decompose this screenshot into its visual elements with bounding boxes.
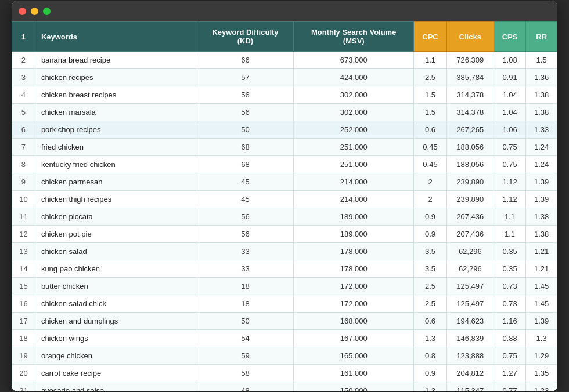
cell-cps: 0.75 [494, 139, 525, 156]
cell-cpc: 0.45 [414, 139, 446, 156]
cell-clicks: 62,296 [446, 243, 494, 260]
cell-cpc: 3.5 [414, 243, 446, 260]
cell-msv: 161,000 [294, 365, 414, 382]
cell-keyword: chicken piccata [35, 208, 197, 226]
cell-kd: 45 [197, 173, 293, 191]
cell-num: 16 [12, 295, 35, 313]
cell-cpc: 0.6 [414, 313, 446, 330]
cell-rr: 1.45 [526, 278, 557, 295]
cell-clicks: 123,888 [446, 347, 494, 365]
cell-keyword: fried chicken [35, 139, 197, 156]
cell-msv: 214,000 [294, 191, 414, 208]
cell-kd: 56 [197, 208, 293, 226]
cell-num: 11 [12, 208, 35, 226]
cell-kd: 68 [197, 156, 293, 173]
table-row: 15 butter chicken 18 172,000 2.5 125,497… [12, 278, 557, 295]
cell-msv: 251,000 [294, 139, 414, 156]
cell-msv: 150,000 [294, 382, 414, 392]
cell-clicks: 125,497 [446, 295, 494, 313]
cell-msv: 172,000 [294, 278, 414, 295]
cell-num: 17 [12, 313, 35, 330]
cell-kd: 59 [197, 347, 293, 365]
cell-kd: 48 [197, 382, 293, 392]
cell-keyword: chicken wings [35, 330, 197, 347]
cell-rr: 1.38 [526, 208, 557, 226]
close-button[interactable] [19, 8, 26, 15]
cell-msv: 165,000 [294, 347, 414, 365]
cell-msv: 302,000 [294, 86, 414, 104]
cell-keyword: orange chicken [35, 347, 197, 365]
cell-clicks: 62,296 [446, 260, 494, 278]
cell-cpc: 1.5 [414, 104, 446, 121]
cell-msv: 189,000 [294, 208, 414, 226]
table-row: 19 orange chicken 59 165,000 0.8 123,888… [12, 347, 557, 365]
cell-kd: 18 [197, 278, 293, 295]
cell-keyword: pork chop recipes [35, 121, 197, 139]
cell-msv: 424,000 [294, 69, 414, 86]
cell-kd: 50 [197, 313, 293, 330]
cell-msv: 302,000 [294, 104, 414, 121]
cell-clicks: 204,812 [446, 365, 494, 382]
table-row: 10 chicken thigh recipes 45 214,000 2 23… [12, 191, 557, 208]
cell-msv: 178,000 [294, 243, 414, 260]
cell-kd: 33 [197, 260, 293, 278]
cell-rr: 1.3 [526, 330, 557, 347]
cell-keyword: kentucky fried chicken [35, 156, 197, 173]
cell-msv: 178,000 [294, 260, 414, 278]
table-row: 21 avocado and salsa 48 150,000 1.3 115,… [12, 382, 557, 392]
cell-cps: 0.35 [494, 243, 525, 260]
table-row: 3 chicken recipes 57 424,000 2.5 385,784… [12, 69, 557, 86]
cell-cps: 0.35 [494, 260, 525, 278]
cell-keyword: chicken breast recipes [35, 86, 197, 104]
cell-clicks: 125,497 [446, 278, 494, 295]
cell-msv: 172,000 [294, 295, 414, 313]
col-header-msv: Monthly Search Volume(MSV) [294, 22, 414, 52]
cell-cps: 0.91 [494, 69, 525, 86]
cell-cpc: 2 [414, 173, 446, 191]
cell-cps: 1.1 [494, 208, 525, 226]
minimize-button[interactable] [31, 8, 38, 15]
table-row: 2 banana bread recipe 66 673,000 1.1 726… [12, 52, 557, 69]
cell-num: 6 [12, 121, 35, 139]
cell-clicks: 267,265 [446, 121, 494, 139]
table-row: 18 chicken wings 54 167,000 1.3 146,839 … [12, 330, 557, 347]
cell-cps: 1.16 [494, 313, 525, 330]
cell-cps: 1.27 [494, 365, 525, 382]
cell-rr: 1.39 [526, 313, 557, 330]
cell-cpc: 2 [414, 191, 446, 208]
cell-rr: 1.36 [526, 69, 557, 86]
cell-msv: 252,000 [294, 121, 414, 139]
cell-num: 21 [12, 382, 35, 392]
table-row: 4 chicken breast recipes 56 302,000 1.5 … [12, 86, 557, 104]
cell-kd: 58 [197, 365, 293, 382]
maximize-button[interactable] [43, 8, 51, 15]
cell-msv: 167,000 [294, 330, 414, 347]
cell-kd: 66 [197, 52, 293, 69]
col-header-rr: RR [526, 22, 557, 52]
table-row: 12 chicken pot pie 56 189,000 0.9 207,43… [12, 226, 557, 243]
cell-cps: 0.88 [494, 330, 525, 347]
cell-cpc: 0.6 [414, 121, 446, 139]
cell-kd: 56 [197, 86, 293, 104]
cell-rr: 1.38 [526, 226, 557, 243]
cell-clicks: 207,436 [446, 208, 494, 226]
cell-keyword: banana bread recipe [35, 52, 197, 69]
table-row: 8 kentucky fried chicken 68 251,000 0.45… [12, 156, 557, 173]
cell-cps: 1.04 [494, 86, 525, 104]
cell-clicks: 726,309 [446, 52, 494, 69]
cell-cpc: 1.5 [414, 86, 446, 104]
table-row: 9 chicken parmesan 45 214,000 2 239,890 … [12, 173, 557, 191]
cell-num: 10 [12, 191, 35, 208]
titlebar [12, 1, 557, 21]
cell-cpc: 0.45 [414, 156, 446, 173]
cell-msv: 251,000 [294, 156, 414, 173]
cell-cpc: 0.9 [414, 365, 446, 382]
cell-kd: 45 [197, 191, 293, 208]
cell-cpc: 2.5 [414, 278, 446, 295]
cell-clicks: 188,056 [446, 139, 494, 156]
cell-num: 18 [12, 330, 35, 347]
cell-kd: 18 [197, 295, 293, 313]
col-header-clicks: Clicks [446, 22, 494, 52]
cell-cpc: 0.9 [414, 208, 446, 226]
cell-num: 12 [12, 226, 35, 243]
